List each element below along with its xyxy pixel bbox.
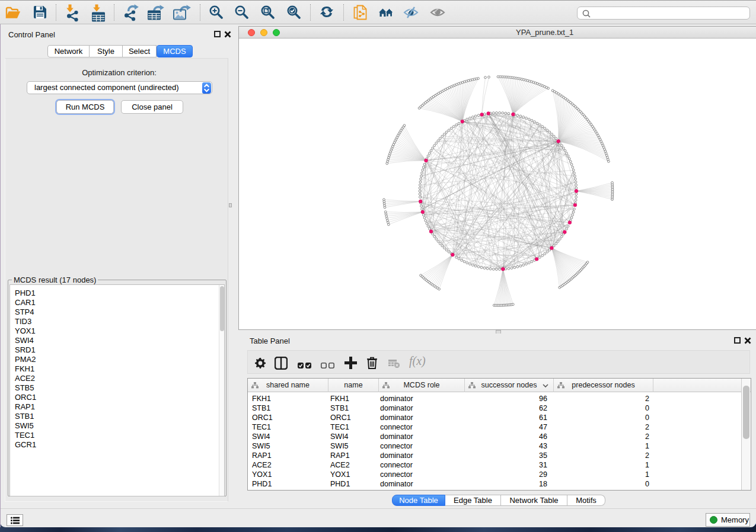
svg-text:f(x): f(x)	[409, 355, 426, 368]
